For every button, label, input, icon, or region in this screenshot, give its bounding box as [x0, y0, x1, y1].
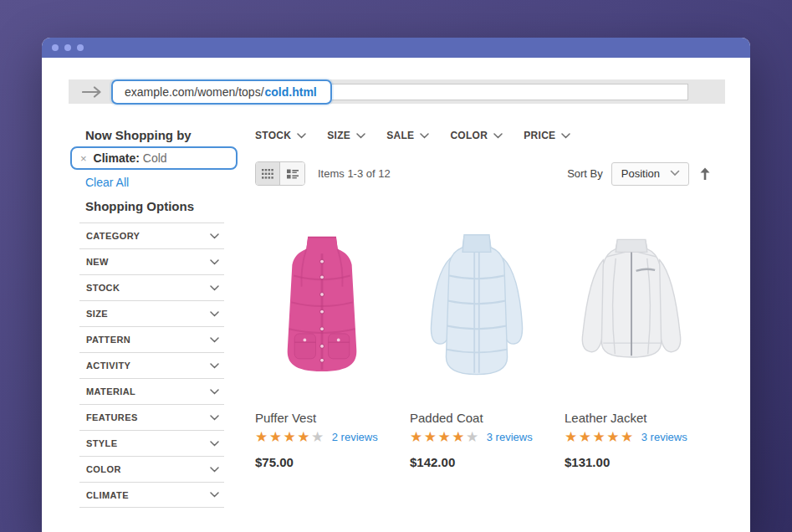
now-shopping-heading: Now Shopping by: [85, 128, 192, 142]
sidebar-option-features[interactable]: Features: [79, 404, 224, 430]
option-label: Climate: [86, 490, 129, 500]
reviews-link[interactable]: 2 reviews: [332, 431, 378, 443]
product-rating: ★★★★★2 reviews: [255, 430, 398, 444]
chevron-down-icon: [210, 415, 219, 421]
chevron-down-icon: [210, 311, 219, 317]
filter-value: Cold: [143, 151, 167, 165]
chevron-down-icon: [210, 285, 219, 291]
sidebar-option-category[interactable]: Category: [79, 223, 224, 248]
filter-label: Sale: [386, 130, 414, 141]
padded-coat-image: [414, 223, 539, 391]
star-rating-icons: ★★★★★: [255, 430, 325, 444]
remove-filter-icon[interactable]: ×: [80, 152, 87, 165]
chevron-down-icon: [210, 467, 219, 473]
sort-by-label: Sort By: [567, 167, 603, 180]
address-bar: example.com/women/tops/cold.html: [69, 79, 725, 104]
window-control-dot[interactable]: [52, 44, 59, 51]
chevron-down-icon: [670, 170, 680, 176]
chevron-down-icon: [210, 363, 219, 369]
reviews-link[interactable]: 3 reviews: [487, 431, 533, 443]
filter-stock[interactable]: Stock: [255, 130, 306, 141]
sidebar-option-stock[interactable]: Stock: [79, 274, 224, 300]
product-image[interactable]: [255, 223, 389, 397]
sort-direction-ascending-button[interactable]: [699, 166, 711, 181]
go-arrow-icon[interactable]: [82, 85, 102, 99]
shopping-options-list: CategoryNewStockSizePatternActivityMater…: [79, 223, 224, 508]
product-card: Padded Coat★★★★★3 reviews$142.00: [410, 223, 553, 469]
product-price: $75.00: [255, 455, 398, 469]
chevron-down-icon: [297, 133, 306, 139]
product-name[interactable]: Puffer Vest: [255, 411, 398, 425]
product-name[interactable]: Leather Jacket: [565, 411, 708, 425]
option-label: New: [86, 257, 109, 267]
chevron-down-icon: [210, 441, 219, 447]
option-label: Pattern: [86, 335, 130, 345]
option-label: Category: [86, 231, 140, 241]
filter-label: Color: [450, 130, 488, 141]
browser-content: example.com/women/tops/cold.html Now Sho…: [42, 58, 750, 532]
sidebar-option-color[interactable]: Color: [79, 456, 224, 482]
filter-sale[interactable]: Sale: [386, 130, 429, 141]
filter-label: Size: [327, 130, 350, 141]
list-toolbar: Items 1-3 of 12 Sort By Position: [255, 161, 711, 186]
star-rating-icons: ★★★★★: [410, 430, 480, 444]
view-mode-toggle: [255, 161, 305, 186]
list-view-button[interactable]: [280, 162, 304, 185]
sort-selected-value: Position: [621, 167, 660, 180]
option-label: Activity: [86, 361, 130, 371]
option-label: Color: [86, 464, 121, 474]
option-label: Style: [86, 438, 117, 448]
sidebar-option-style[interactable]: Style: [79, 430, 224, 456]
sidebar-option-climate[interactable]: Climate: [79, 482, 224, 508]
product-price: $142.00: [410, 455, 553, 469]
chevron-down-icon: [210, 259, 219, 265]
sidebar-option-activity[interactable]: Activity: [79, 352, 224, 378]
url-path: example.com/women/tops/: [125, 85, 264, 99]
option-label: Stock: [86, 283, 120, 293]
product-card: Leather Jacket★★★★★3 reviews$131.00: [565, 223, 708, 469]
browser-window: example.com/women/tops/cold.html Now Sho…: [42, 38, 750, 532]
active-filter-chip: × Climate: Cold: [70, 146, 238, 170]
clear-all-link[interactable]: Clear All: [85, 176, 129, 189]
browser-titlebar: [42, 38, 750, 58]
option-label: Material: [86, 386, 135, 396]
product-rating: ★★★★★3 reviews: [565, 430, 708, 444]
product-grid: Puffer Vest★★★★★2 reviews$75.00 Padded C…: [255, 223, 719, 469]
product-image[interactable]: [410, 223, 544, 397]
sort-select[interactable]: Position: [611, 162, 689, 186]
filter-label: Price: [524, 130, 555, 141]
option-label: Size: [86, 309, 108, 319]
product-rating: ★★★★★3 reviews: [410, 430, 553, 444]
chevron-down-icon: [493, 133, 503, 139]
filter-size[interactable]: Size: [327, 130, 365, 141]
product-name[interactable]: Padded Coat: [410, 411, 553, 425]
chevron-down-icon: [210, 492, 219, 498]
product-card: Puffer Vest★★★★★2 reviews$75.00: [255, 223, 398, 469]
sidebar-option-material[interactable]: Material: [79, 378, 224, 404]
items-count: Items 1-3 of 12: [318, 167, 391, 180]
window-control-dot[interactable]: [77, 44, 84, 51]
filter-color[interactable]: Color: [450, 130, 503, 141]
quick-filters-bar: StockSizeSaleColorPrice: [255, 130, 570, 141]
url-input[interactable]: example.com/women/tops/cold.html: [112, 84, 688, 100]
reviews-link[interactable]: 3 reviews: [641, 431, 687, 443]
shopping-options-heading: Shopping Options: [85, 199, 194, 213]
sidebar-option-new[interactable]: New: [79, 248, 224, 274]
chevron-down-icon: [210, 389, 219, 395]
sidebar-option-size[interactable]: Size: [79, 300, 224, 326]
chevron-down-icon: [561, 133, 570, 139]
product-image[interactable]: [565, 223, 698, 397]
product-price: $131.00: [565, 455, 708, 469]
sidebar-option-pattern[interactable]: Pattern: [79, 326, 224, 352]
chevron-down-icon: [420, 133, 429, 139]
option-label: Features: [86, 412, 138, 422]
window-control-dot[interactable]: [64, 44, 71, 51]
filter-label: Climate:: [94, 151, 140, 165]
chevron-down-icon: [356, 133, 365, 139]
filter-label: Stock: [255, 130, 291, 141]
filter-price[interactable]: Price: [524, 130, 570, 141]
url-typed-text[interactable]: example.com/women/tops/cold.html: [111, 79, 332, 105]
chevron-down-icon: [210, 337, 219, 343]
chevron-down-icon: [210, 233, 219, 239]
grid-view-button[interactable]: [256, 162, 280, 185]
